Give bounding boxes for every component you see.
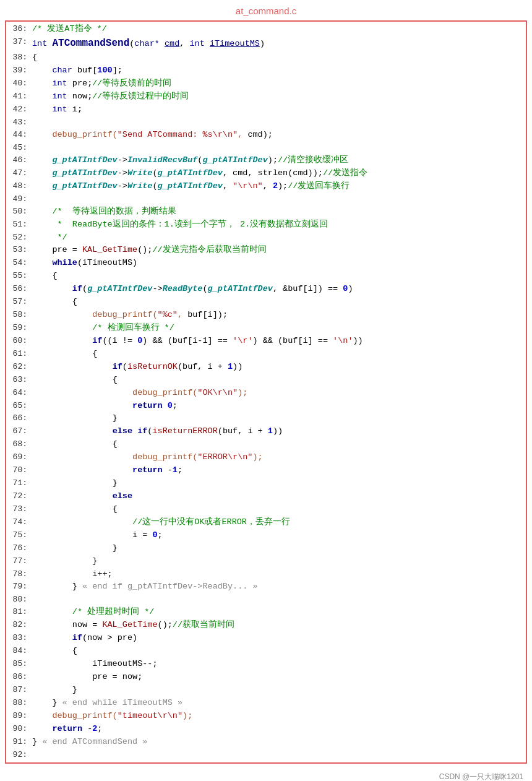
file-title: at_command.c xyxy=(0,0,532,20)
code-line-55: 55: { xyxy=(6,270,526,283)
code-line-52: 52: */ xyxy=(6,231,526,244)
main-container: at_command.c 36: /* 发送AT指令 */ 37: int AT… xyxy=(0,0,532,781)
code-line-61: 61: { xyxy=(6,348,526,361)
code-line-80: 80: xyxy=(6,593,526,606)
code-line-82: 82: now = KAL_GetTime();//获取当前时间 xyxy=(6,619,526,632)
code-line-72: 72: else xyxy=(6,490,526,503)
code-line-88: 88: } « end while iTimeoutMS » xyxy=(6,697,526,710)
code-line-71: 71: } xyxy=(6,477,526,490)
code-line-87: 87: } xyxy=(6,684,526,697)
code-line-77: 77: } xyxy=(6,555,526,568)
code-line-74: 74: //这一行中没有OK或者ERROR，丢弃一行 xyxy=(6,516,526,529)
code-line-43: 43: xyxy=(6,116,526,129)
code-line-57: 57: { xyxy=(6,296,526,309)
code-line-85: 85: iTimeoutMS--; xyxy=(6,658,526,671)
code-line-45: 45: xyxy=(6,142,526,154)
code-line-68: 68: { xyxy=(6,438,526,451)
code-line-44: 44: debug_printf("Send ATCommand: %s\r\n… xyxy=(6,129,526,142)
code-line-84: 84: { xyxy=(6,645,526,658)
code-line-78: 78: i++; xyxy=(6,568,526,581)
code-line-89: 89: debug_printf("timeout\r\n"); xyxy=(6,710,526,723)
code-line-41: 41: int now;//等待反馈过程中的时间 xyxy=(6,90,526,103)
code-line-42: 42: int i; xyxy=(6,103,526,116)
code-line-56: 56: if(g_ptATIntfDev->ReadByte(g_ptATInt… xyxy=(6,283,526,296)
code-line-40: 40: int pre;//等待反馈前的时间 xyxy=(6,77,526,90)
code-line-49: 49: xyxy=(6,193,526,205)
code-line-86: 86: pre = now; xyxy=(6,671,526,684)
code-block: 36: /* 发送AT指令 */ 37: int ATCommandSend(c… xyxy=(5,20,527,764)
code-line-69: 69: debug_printf("ERROR\r\n"); xyxy=(6,451,526,464)
code-line-76: 76: } xyxy=(6,542,526,555)
code-line-50: 50: /* 等待返回的数据，判断结果 xyxy=(6,205,526,218)
code-line-62: 62: if(isReturnOK(buf, i + 1)) xyxy=(6,361,526,374)
code-line-66: 66: } xyxy=(6,412,526,425)
code-line-83: 83: if(now > pre) xyxy=(6,632,526,645)
code-line-37: 37: int ATCommandSend(char* cmd, int iTi… xyxy=(6,36,526,51)
code-line-64: 64: debug_printf("OK\r\n"); xyxy=(6,387,526,400)
code-line-92: 92: xyxy=(6,749,526,761)
code-line-65: 65: return 0; xyxy=(6,400,526,413)
code-line-53: 53: pre = KAL_GetTime();//发送完指令后获取当前时间 xyxy=(6,244,526,257)
code-line-58: 58: debug_printf("%c", buf[i]); xyxy=(6,309,526,322)
code-line-60: 60: if((i != 0) && (buf[i-1] == '\r') &&… xyxy=(6,335,526,348)
code-line-79: 79: } « end if g_ptATIntfDev->ReadBy... … xyxy=(6,580,526,593)
code-line-63: 63: { xyxy=(6,374,526,387)
code-line-90: 90: return -2; xyxy=(6,723,526,736)
code-line-51: 51: * ReadByte返回的条件：1.读到一个字节， 2.没有数据都立刻返… xyxy=(6,218,526,231)
code-line-48: 48: g_ptATIntfDev->Write(g_ptATIntfDev, … xyxy=(6,180,526,193)
code-line-73: 73: { xyxy=(6,503,526,516)
code-line-81: 81: /* 处理超时时间 */ xyxy=(6,606,526,619)
code-line-54: 54: while(iTimeoutMS) xyxy=(6,257,526,270)
code-line-70: 70: return -1; xyxy=(6,464,526,477)
code-line-59: 59: /* 检测回车换行 */ xyxy=(6,322,526,335)
code-line-36: 36: /* 发送AT指令 */ xyxy=(6,23,526,36)
code-line-75: 75: i = 0; xyxy=(6,529,526,542)
code-line-67: 67: else if(isReturnERROR(buf, i + 1)) xyxy=(6,425,526,438)
code-line-47: 47: g_ptATIntfDev->Write(g_ptATIntfDev, … xyxy=(6,167,526,180)
footer-credit: CSDN @一只大喵咪1201 xyxy=(0,769,532,781)
code-line-38: 38: { xyxy=(6,51,526,64)
code-line-39: 39: char buf[100]; xyxy=(6,64,526,77)
code-line-91: 91: } « end ATCommandSend » xyxy=(6,736,526,749)
code-line-46: 46: g_ptATIntfDev->InvalidRecvBuf(g_ptAT… xyxy=(6,154,526,167)
